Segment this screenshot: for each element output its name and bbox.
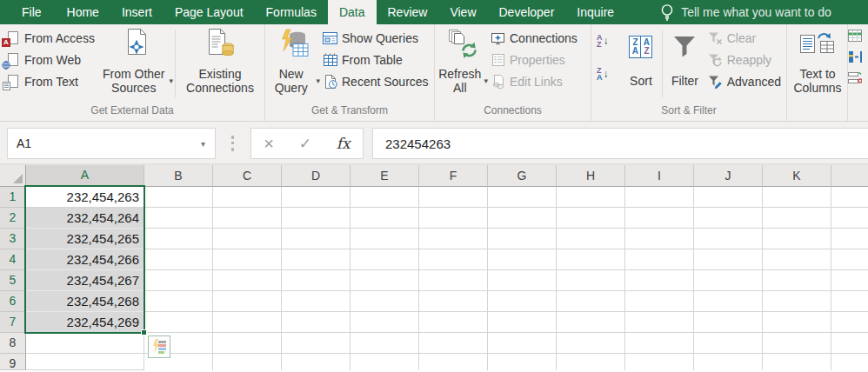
column-header-i[interactable]: I xyxy=(625,165,694,187)
tab-formulas[interactable]: Formulas xyxy=(255,0,328,24)
column-header-g[interactable]: G xyxy=(488,165,557,187)
lightbulb-icon xyxy=(660,3,674,22)
filter-button[interactable]: Filter xyxy=(664,26,705,104)
quick-analysis-icon xyxy=(150,337,169,356)
clear-filter-label: Clear xyxy=(727,31,756,45)
from-text-button[interactable]: From Text xyxy=(3,70,100,92)
column-header-j[interactable]: J xyxy=(694,165,763,187)
insert-function-icon[interactable]: fx xyxy=(337,135,351,152)
tab-page-layout[interactable]: Page Layout xyxy=(164,0,255,24)
enter-icon[interactable]: ✓ xyxy=(299,135,311,153)
new-query-label: New Query xyxy=(268,67,314,95)
sort-label: Sort xyxy=(630,74,652,88)
cancel-icon[interactable]: × xyxy=(264,136,274,151)
from-web-icon xyxy=(5,52,20,67)
cell-a6[interactable]: 232,454,268 xyxy=(26,291,144,312)
column-headers: A B C D E F G H I J K xyxy=(26,165,868,187)
tab-file[interactable]: File xyxy=(8,0,56,24)
column-header-a[interactable]: A xyxy=(26,165,144,187)
connections-icon xyxy=(491,30,505,45)
tab-view[interactable]: View xyxy=(438,0,487,24)
column-header-b[interactable]: B xyxy=(144,165,213,187)
cell-a9[interactable] xyxy=(26,354,144,370)
column-header-d[interactable]: D xyxy=(282,165,351,187)
group-label-data-tools xyxy=(787,104,847,121)
from-other-sources-button[interactable]: From Other Sources▾ xyxy=(100,26,173,104)
remove-duplicates-icon[interactable] xyxy=(848,50,863,63)
name-box-value: A1 xyxy=(8,136,201,150)
cell-a1[interactable]: 232,454,263 xyxy=(26,187,144,208)
row-header-3[interactable]: 3 xyxy=(0,229,26,249)
refresh-all-label: Refresh All xyxy=(437,67,482,95)
column-header-h[interactable]: H xyxy=(557,165,625,187)
tab-insert[interactable]: Insert xyxy=(110,0,164,24)
row-header-8[interactable]: 8 xyxy=(0,333,26,354)
from-access-button[interactable]: A From Access xyxy=(3,27,100,49)
tab-review[interactable]: Review xyxy=(377,0,439,24)
row-header-7[interactable]: 7 xyxy=(0,312,26,333)
ribbon-group-get-transform: New Query▾ Show Queries xyxy=(265,24,435,121)
existing-connections-button[interactable]: Existing Connections xyxy=(177,26,263,104)
show-queries-button[interactable]: Show Queries xyxy=(320,27,433,49)
worksheet-grid: A B C D E F G H I J K 1 2 3 4 5 6 7 8 9 … xyxy=(0,165,868,370)
edit-links-button[interactable]: Edit Links xyxy=(488,70,582,92)
column-header-l-clipped[interactable] xyxy=(831,165,868,187)
column-header-e[interactable]: E xyxy=(351,165,419,187)
refresh-all-button[interactable]: Refresh All▾ xyxy=(437,26,488,104)
tab-developer[interactable]: Developer xyxy=(488,0,566,24)
text-to-columns-button[interactable]: Text to Columns xyxy=(790,26,845,104)
new-query-icon xyxy=(278,29,310,60)
group-label-sort-filter: Sort & Filter xyxy=(591,104,786,121)
filter-funnel-icon xyxy=(672,29,697,60)
quick-analysis-button[interactable] xyxy=(148,335,170,358)
column-header-c[interactable]: C xyxy=(213,165,282,187)
cell-a3[interactable]: 232,454,265 xyxy=(26,229,144,249)
sort-descending-button[interactable]: ZA↓ xyxy=(594,60,622,88)
ribbon: A From Access xyxy=(0,24,868,122)
tell-me-box[interactable]: Tell me what you want to do xyxy=(660,0,831,24)
group-label-connections: Connections xyxy=(435,104,591,121)
flash-fill-icon[interactable] xyxy=(848,30,863,43)
tab-inquire[interactable]: Inquire xyxy=(565,0,625,24)
cell-a7[interactable]: 232,454,269 xyxy=(26,312,144,333)
cell-a4[interactable]: 232,454,266 xyxy=(26,249,144,270)
clear-filter-button[interactable]: Clear xyxy=(705,27,785,49)
from-text-icon xyxy=(5,74,20,89)
select-all-corner[interactable] xyxy=(0,165,26,187)
existing-connections-label: Existing Connections xyxy=(177,67,263,95)
from-table-label: From Table xyxy=(342,53,403,67)
row-header-1[interactable]: 1 xyxy=(0,187,26,208)
row-headers: 1 2 3 4 5 6 7 8 9 xyxy=(0,187,26,370)
column-header-k[interactable]: K xyxy=(763,165,831,187)
row-header-5[interactable]: 5 xyxy=(0,270,26,291)
from-table-button[interactable]: From Table xyxy=(320,49,433,70)
reapply-filter-icon xyxy=(708,52,723,67)
properties-button[interactable]: Properties xyxy=(488,49,582,70)
cell-a5[interactable]: 232,454,267 xyxy=(26,270,144,291)
sort-ascending-button[interactable]: AZ↓ xyxy=(594,27,622,55)
new-query-button[interactable]: New Query▾ xyxy=(268,26,320,104)
row-header-2[interactable]: 2 xyxy=(0,208,26,229)
reapply-filter-button[interactable]: Reapply xyxy=(705,49,785,70)
formula-input[interactable]: 232454263 xyxy=(372,128,868,159)
row-header-9[interactable]: 9 xyxy=(0,354,26,370)
advanced-filter-button[interactable]: Advanced xyxy=(705,70,785,92)
formula-bar-drag-handle[interactable] xyxy=(231,136,234,151)
column-header-f[interactable]: F xyxy=(419,165,488,187)
row-header-4[interactable]: 4 xyxy=(0,249,26,270)
recent-sources-button[interactable]: Recent Sources xyxy=(320,70,433,92)
tab-home[interactable]: Home xyxy=(56,0,110,24)
data-validation-icon[interactable] xyxy=(848,71,863,84)
cell-a8[interactable] xyxy=(26,333,144,354)
tab-data[interactable]: Data xyxy=(328,0,377,24)
connections-button[interactable]: Connections xyxy=(488,27,582,49)
from-web-button[interactable]: From Web xyxy=(3,49,100,70)
group-label-get-transform: Get & Transform xyxy=(265,104,434,121)
sort-button[interactable]: ZA AZ Sort xyxy=(622,26,661,104)
cell-a2[interactable]: 232,454,264 xyxy=(26,208,144,229)
row-header-6[interactable]: 6 xyxy=(0,291,26,312)
name-box[interactable]: A1 ▾ xyxy=(7,128,216,159)
formula-buttons: × ✓ fx xyxy=(250,128,364,159)
empty-cells-area[interactable] xyxy=(144,187,868,370)
name-box-caret-icon[interactable]: ▾ xyxy=(201,139,215,149)
